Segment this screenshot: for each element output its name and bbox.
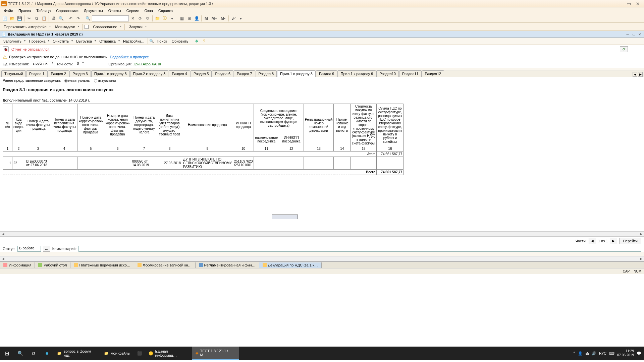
menu-windows[interactable]: Окна <box>142 8 156 13</box>
copy-icon[interactable]: ⧉ <box>33 15 40 22</box>
fill-button[interactable]: Заполнить <box>1 39 26 44</box>
comment-input[interactable] <box>78 246 641 252</box>
menu-catalogs[interactable]: Справочники <box>53 8 81 13</box>
undo-icon[interactable]: ↶ <box>67 15 74 22</box>
task-forum[interactable]: 📁вопрос в форум ндс <box>54 347 101 360</box>
tab-sec11[interactable]: Раздел11 <box>399 70 422 77</box>
tray-volume-icon[interactable]: 🔊 <box>592 351 596 356</box>
close-button[interactable]: ✕ <box>633 1 643 7</box>
minimize-button[interactable]: ─ <box>614 1 624 7</box>
maximize-button[interactable]: ▭ <box>624 1 633 7</box>
menu-reports[interactable]: Отчеты <box>106 8 124 13</box>
folder-icon[interactable]: 📁 <box>154 15 161 22</box>
tab-sec7[interactable]: Раздел 7 <box>234 70 255 77</box>
memory-mminus[interactable]: M- <box>219 15 227 22</box>
cut-icon[interactable]: ✂ <box>26 15 33 22</box>
refresh-icon[interactable]: ⟳ <box>137 15 144 22</box>
cell-sf[interactable]: ВГри0000073 от 27.06.2018 <box>25 157 51 170</box>
dropdown-icon[interactable]: ▾ <box>169 15 175 22</box>
preview-icon[interactable]: 🔍 <box>58 15 64 22</box>
check-button[interactable]: Проверка <box>27 39 50 44</box>
agree-checkbox[interactable] <box>85 25 89 29</box>
search-input[interactable] <box>92 15 129 21</box>
doc-minimize-icon[interactable]: ─ <box>625 32 630 37</box>
my-tasks-button[interactable]: Мои задачи <box>53 24 80 30</box>
tab-scroll-right[interactable]: ▶ <box>638 72 643 77</box>
redo-icon[interactable]: ↷ <box>75 15 82 22</box>
clear-search-icon[interactable]: ✕ <box>129 15 136 22</box>
tray-people-icon[interactable]: 👤 <box>578 351 583 356</box>
action-icon[interactable]: ❖ <box>194 38 200 45</box>
refresh-status-button[interactable]: ⟳ <box>620 46 628 52</box>
memory-mplus[interactable]: M+ <box>210 15 218 22</box>
tab-sec2[interactable]: Раздел 2 <box>48 70 69 77</box>
tab-app1-8[interactable]: Прил.1 к разделу 8 <box>277 70 316 77</box>
tray-lang[interactable]: РУС <box>599 351 606 355</box>
tab-app1-9[interactable]: Прил.1 к разделу 9 <box>337 70 376 77</box>
data-row[interactable]: 1 22 ВГри0000073 от 27.06.2018 898890 от… <box>3 157 404 170</box>
search-icon[interactable]: 🔍 <box>85 15 91 22</box>
user-icon[interactable]: 👤 <box>193 15 200 22</box>
tray-network-icon[interactable]: 🖧 <box>585 351 589 355</box>
tray-notifications-icon[interactable]: 💬 <box>637 351 641 356</box>
cell-inn[interactable]: 2511097620 /251101001 <box>233 157 254 170</box>
task-1c[interactable]: ◆ТЕСТ 1.3.121.1 / М… <box>192 347 239 360</box>
search-button[interactable]: Поиск <box>155 39 169 44</box>
outer-h-scrollbar[interactable]: ◀ ▶ <box>0 256 644 261</box>
scroll-right-icon[interactable]: ▶ <box>638 256 644 261</box>
brush-icon[interactable]: 🖌 <box>230 15 237 22</box>
parts-next-button[interactable]: ▶ <box>610 238 617 244</box>
upload-button[interactable]: Выгрузка <box>74 39 97 44</box>
help-icon[interactable]: ? <box>201 38 208 45</box>
tab-sec6[interactable]: Раздел 6 <box>212 70 233 77</box>
h-scrollbar[interactable]: ◀ ▶ <box>0 231 644 237</box>
tab-sec10[interactable]: Раздел10 <box>376 70 399 77</box>
tab-sec4[interactable]: Раздел 4 <box>169 70 190 77</box>
wtab-entries[interactable]: Формирование записей кн… <box>134 262 196 268</box>
tab-sec1[interactable]: Раздел 1 <box>26 70 48 77</box>
save-icon[interactable]: 💾 <box>16 15 23 22</box>
task-app[interactable]: ⬛ <box>134 347 145 360</box>
purchases-button[interactable]: Закупки <box>127 24 148 30</box>
tab-title[interactable]: Титульный <box>1 70 26 77</box>
cell-n[interactable]: 1 <box>3 157 12 170</box>
cell-date[interactable]: 27.06.2018 <box>157 157 182 170</box>
tray-keyboard-icon[interactable]: ⌨ <box>609 351 614 356</box>
tab-sec5[interactable]: Раздел 5 <box>191 70 212 77</box>
start-button[interactable]: ⊞ <box>0 347 13 360</box>
menu-help[interactable]: Справка <box>156 8 175 13</box>
print-icon[interactable]: 🖶 <box>50 15 57 22</box>
unit-select[interactable]: в рублях <box>31 61 54 67</box>
tray-clock[interactable]: 11:29 07.06.2019 <box>617 349 634 357</box>
radio-actual[interactable]: актуальны <box>94 78 116 82</box>
task-chrome[interactable]: 🟡Единая информац… <box>145 347 192 360</box>
scroll-track[interactable] <box>6 232 638 236</box>
scroll-right-icon[interactable]: ▶ <box>638 232 644 236</box>
menu-documents[interactable]: Документы <box>81 8 106 13</box>
radio-inactual[interactable]: неактуальны <box>64 78 91 82</box>
status-field[interactable]: В работе <box>17 246 41 252</box>
send-button[interactable]: Отправка <box>97 39 120 44</box>
agreement-button[interactable]: Согласование <box>91 24 122 30</box>
tray-up-icon[interactable]: ˄ <box>573 351 575 356</box>
taskbar-search-icon[interactable]: 🔍 <box>13 347 27 360</box>
doc-restore-icon[interactable]: ▭ <box>631 32 636 37</box>
tab-scroll-left[interactable]: ◀ <box>633 72 637 77</box>
org-value[interactable]: Грин Агро ХАПК <box>134 62 161 66</box>
wtab-desktop[interactable]: Рабочий стол <box>35 262 70 268</box>
help-icon[interactable]: ⓘ <box>161 15 168 22</box>
scroll-left-icon[interactable]: ◀ <box>0 232 6 236</box>
menu-service[interactable]: Сервис <box>124 8 142 13</box>
tab-app2-3[interactable]: Прил.2 к разделу 3 <box>130 70 169 77</box>
precision-input[interactable]: 0 <box>75 61 84 67</box>
clear-button[interactable]: Очистить <box>51 39 73 44</box>
menu-file[interactable]: Файл <box>1 8 16 13</box>
menu-edit[interactable]: Правка <box>16 8 34 13</box>
cell-doc[interactable]: 898890 от 14.03.2019 <box>131 157 157 170</box>
paste-icon[interactable]: 📋 <box>41 15 47 22</box>
cell-code[interactable]: 22 <box>12 157 25 170</box>
memory-m[interactable]: M <box>203 15 210 22</box>
tab-sec8[interactable]: Раздел 8 <box>256 70 277 77</box>
selection-rect[interactable] <box>272 215 298 219</box>
warning-link[interactable]: Подробнее о проверке <box>110 55 149 59</box>
